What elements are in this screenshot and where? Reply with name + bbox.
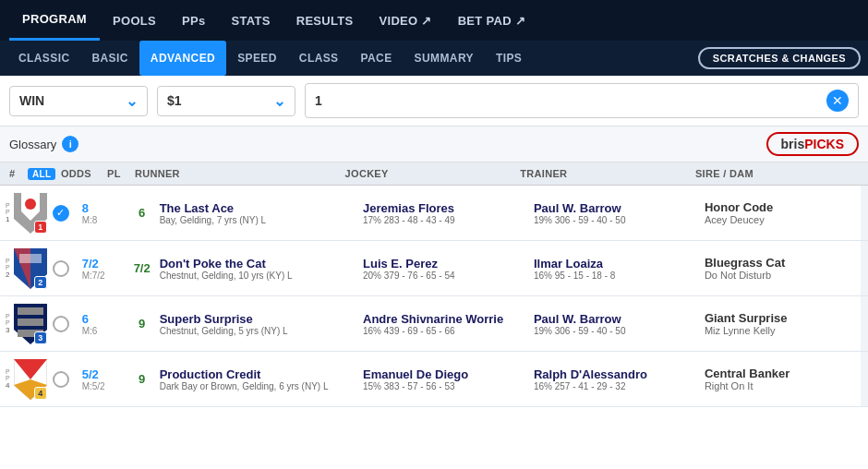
- col-jockey-header: JOCKEY: [345, 168, 521, 179]
- subnav-summary[interactable]: SUMMARY: [404, 41, 485, 76]
- runner-detail-1: Chestnut, Gelding, 10 yrs (KY) L: [160, 271, 356, 281]
- table-row: P P 1 1 8 M:8 6 The Last Ace Bay, Geldin…: [0, 186, 868, 241]
- pp-badge-0: P P 1: [6, 202, 10, 223]
- row-left-0: P P 1 1: [0, 186, 82, 240]
- all-badge[interactable]: ALL: [28, 168, 55, 180]
- row-left-2: P P 3 3: [0, 296, 82, 351]
- odds-main-0: 8: [82, 201, 89, 215]
- pl-cell-0: 6: [128, 186, 156, 240]
- top-nav: PROGRAM POOLS PPs STATS RESULTS VIDEO ↗ …: [0, 0, 868, 41]
- row-left-1: P P 2 2: [0, 241, 82, 295]
- pl-cell-2: 9: [128, 296, 156, 351]
- nav-betpad[interactable]: BET PAD ↗: [445, 0, 538, 41]
- jockey-info-3: Emanuel De Diego 15% 383 - 57 - 56 - 53: [359, 352, 530, 406]
- bet-amount-chevron: ⌄: [273, 92, 285, 110]
- row-left-3: P P 4 4: [0, 352, 82, 406]
- subnav-tips[interactable]: TIPS: [485, 41, 533, 76]
- trainer-name-3: Ralph D'Alessandro: [534, 367, 697, 381]
- odds-ml-2: M:6: [82, 326, 98, 336]
- pl-num-2: 9: [139, 317, 145, 331]
- runners-table: P P 1 1 8 M:8 6 The Last Ace Bay, Geldin…: [0, 186, 868, 407]
- col-all: ALL: [28, 168, 61, 179]
- col-trainer-header: TRAINER: [520, 168, 695, 179]
- right-edge-1: [861, 241, 868, 295]
- nav-pools[interactable]: POOLS: [100, 0, 169, 41]
- dam-name-1: Do Not Disturb: [705, 270, 857, 281]
- odds-cell-2: 6 M:6: [82, 296, 128, 351]
- trainer-name-1: Ilmar Loaiza: [534, 257, 697, 271]
- trainer-stats-0: 19% 306 - 59 - 40 - 50: [534, 215, 697, 225]
- bet-number-input[interactable]: 1 ✕: [305, 83, 859, 118]
- table-header: # ALL ODDS PL RUNNER JOCKEY TRAINER SIRE…: [0, 162, 868, 186]
- nav-results[interactable]: RESULTS: [283, 0, 367, 41]
- scratches-changes-button[interactable]: SCRATCHES & CHANGES: [698, 47, 861, 69]
- runner-detail-0: Bay, Gelding, 7 yrs (NY) L: [160, 215, 356, 225]
- subnav-basic[interactable]: BASIC: [80, 41, 139, 76]
- dam-name-0: Acey Deucey: [705, 214, 857, 225]
- bet-amount-value: $1: [167, 93, 182, 108]
- pl-num-0: 6: [139, 206, 145, 220]
- glossary-label: Glossary: [9, 138, 56, 151]
- sire-name-1: Bluegrass Cat: [705, 256, 857, 270]
- subnav-class[interactable]: CLASS: [288, 41, 350, 76]
- radio-0[interactable]: [53, 205, 69, 222]
- svg-rect-7: [18, 307, 43, 315]
- nav-pps[interactable]: PPs: [169, 0, 218, 41]
- runner-name-1: Don't Poke the Cat: [160, 257, 356, 271]
- runner-name-3: Production Credit: [160, 367, 356, 381]
- bet-amount-select[interactable]: $1 ⌄: [157, 86, 295, 116]
- jockey-name-1: Luis E. Perez: [363, 257, 526, 271]
- bet-type-select[interactable]: WIN ⌄: [9, 86, 148, 116]
- jockey-stats-1: 20% 379 - 76 - 65 - 54: [363, 271, 526, 281]
- glossary-row: Glossary i brisPICKS: [0, 126, 868, 162]
- radio-1[interactable]: [53, 260, 69, 277]
- odds-main-2: 6: [82, 312, 89, 326]
- runner-detail-3: Dark Bay or Brown, Gelding, 6 yrs (NY) L: [160, 381, 356, 391]
- bet-type-value: WIN: [19, 93, 44, 108]
- right-edge-0: [861, 186, 868, 240]
- pl-cell-3: 9: [128, 352, 156, 406]
- trainer-info-0: Paul W. Barrow 19% 306 - 59 - 40 - 50: [530, 186, 701, 240]
- sub-nav: CLASSIC BASIC ADVANCED SPEED CLASS PACE …: [0, 41, 868, 76]
- clear-button[interactable]: ✕: [826, 90, 849, 112]
- num-badge-1: 2: [34, 276, 47, 289]
- radio-2[interactable]: [53, 316, 69, 332]
- odds-main-3: 5/2: [82, 367, 99, 381]
- subnav-classic[interactable]: CLASSIC: [7, 41, 80, 76]
- svg-point-2: [25, 198, 36, 210]
- runner-name-2: Superb Surprise: [160, 312, 356, 326]
- bet-type-chevron: ⌄: [126, 92, 138, 110]
- pp-badge-1: P P 2: [6, 258, 10, 279]
- sire-info-1: Bluegrass Cat Do Not Disturb: [701, 241, 861, 295]
- odds-ml-3: M:5/2: [82, 381, 105, 391]
- runner-detail-2: Chestnut, Gelding, 5 yrs (NY) L: [160, 326, 356, 336]
- col-sire-header: SIRE / DAM: [695, 168, 859, 179]
- sire-name-3: Central Banker: [705, 367, 857, 380]
- jockey-info-1: Luis E. Perez 20% 379 - 76 - 65 - 54: [359, 241, 530, 295]
- nav-stats[interactable]: STATS: [219, 0, 283, 41]
- trainer-info-1: Ilmar Loaiza 16% 95 - 15 - 18 - 8: [530, 241, 701, 295]
- picks-label: PICKS: [804, 137, 844, 151]
- radio-3[interactable]: [53, 371, 69, 388]
- bet-number-value: 1: [315, 93, 322, 108]
- right-edge-2: [861, 296, 868, 351]
- runner-info-2: Superb Surprise Chestnut, Gelding, 5 yrs…: [156, 296, 359, 351]
- svg-rect-8: [18, 319, 43, 326]
- subnav-speed[interactable]: SPEED: [226, 41, 288, 76]
- nav-program[interactable]: PROGRAM: [9, 0, 100, 41]
- trainer-info-3: Ralph D'Alessandro 16% 257 - 41 - 29 - 3…: [530, 352, 701, 406]
- jockey-stats-3: 15% 383 - 57 - 56 - 53: [363, 381, 526, 391]
- filter-row: WIN ⌄ $1 ⌄ 1 ✕: [0, 76, 868, 126]
- subnav-advanced[interactable]: ADVANCED: [139, 41, 226, 76]
- bris-picks-badge[interactable]: brisPICKS: [766, 132, 859, 156]
- trainer-stats-1: 16% 95 - 15 - 18 - 8: [534, 271, 697, 281]
- num-badge-0: 1: [34, 221, 47, 234]
- odds-ml-0: M:8: [82, 215, 98, 225]
- nav-video[interactable]: VIDEO ↗: [367, 0, 445, 41]
- runner-name-0: The Last Ace: [160, 201, 356, 215]
- jockey-name-3: Emanuel De Diego: [363, 367, 526, 381]
- glossary-left: Glossary i: [9, 136, 78, 152]
- info-icon[interactable]: i: [62, 136, 78, 152]
- sire-name-0: Honor Code: [705, 200, 857, 214]
- subnav-pace[interactable]: PACE: [350, 41, 404, 76]
